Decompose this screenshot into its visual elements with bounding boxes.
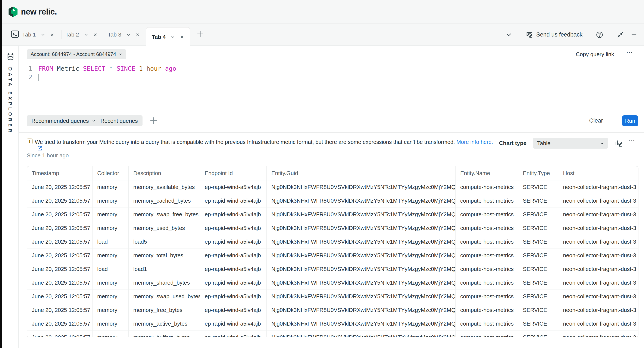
send-feedback-button[interactable]: Send us feedback <box>526 31 582 39</box>
code-token-keyword: SELECT <box>83 65 109 72</box>
feedback-icon <box>526 31 533 39</box>
tab-3[interactable]: Tab 3 <box>108 24 140 45</box>
brand[interactable]: new relic. <box>8 6 57 17</box>
more-info-link[interactable]: More info here. <box>456 139 493 145</box>
copy-query-link-button[interactable]: Copy query link <box>576 51 614 58</box>
warning-message: We tried to transform your Metric query … <box>35 139 456 145</box>
collapse-icon[interactable] <box>617 31 624 38</box>
table-cell: load <box>92 235 129 249</box>
column-header[interactable]: Description <box>129 166 200 180</box>
table-cell: memory_shared_bytes <box>129 276 200 290</box>
table-cell: memory <box>92 249 129 262</box>
tab-2[interactable]: Tab 2 <box>66 24 98 45</box>
table-cell: memory <box>92 290 129 303</box>
chevron-down-icon <box>118 52 122 56</box>
clear-button[interactable]: Clear <box>589 117 603 124</box>
divider <box>610 30 610 39</box>
table-cell: compute-host-metrics <box>456 317 518 331</box>
divider <box>589 30 589 39</box>
table-cell: memory_total_bytes <box>129 249 200 262</box>
column-header[interactable]: Collector <box>92 166 129 180</box>
table-row: June 20, 2025 12:05:57memorymemory_swap_… <box>27 290 638 303</box>
table-cell: ep-rapid-wind-a5iv4ajb <box>200 331 267 337</box>
tab-menu-chevron-icon[interactable] <box>170 34 175 39</box>
query-editor[interactable]: 1 FROM Metric SELECT * SINCE 1 hour ago … <box>27 64 176 81</box>
query-more-options-icon[interactable]: ⋯ <box>626 50 633 54</box>
column-header[interactable]: Entity.Type <box>518 166 558 180</box>
tab-close-icon[interactable] <box>136 33 140 37</box>
recommended-queries-button[interactable]: Recommended queries <box>27 115 100 126</box>
table-cell: June 20, 2025 12:05:57 <box>27 249 92 262</box>
table-row: June 20, 2025 12:05:57memorymemory_cache… <box>27 194 638 208</box>
tab-menu-chevron-icon[interactable] <box>40 32 45 37</box>
table-cell: SERVICE <box>518 317 558 331</box>
code-line: 2 <box>27 73 176 81</box>
table-cell: Njg0NDk3NHxFWFR8U0VSVklDRXwtMzY5NTc1MTYy… <box>267 221 456 235</box>
tab-label: Tab 1 <box>22 31 36 38</box>
column-header[interactable]: Host <box>558 166 638 180</box>
chart-type-select[interactable]: Table <box>533 138 608 149</box>
table-cell: SERVICE <box>518 249 558 262</box>
recent-queries-label: Recent queries <box>100 118 138 124</box>
tab-close-icon[interactable] <box>50 33 54 37</box>
add-query-icon[interactable] <box>149 116 158 125</box>
tab-menu-chevron-icon[interactable] <box>84 32 88 37</box>
table-cell: neon-collector-fragrant-dust-3 <box>558 317 638 331</box>
table-cell: memory <box>92 317 129 331</box>
results-more-options-icon[interactable]: ⋯ <box>628 139 636 143</box>
table-row: June 20, 2025 12:05:57memorymemory_total… <box>27 249 638 262</box>
run-button[interactable]: Run <box>622 115 638 126</box>
table-cell: Njg0NDk3NHxFWFR8U0VSVklDRXwtMzY5NTc1MTYy… <box>267 331 456 337</box>
minimize-icon[interactable] <box>630 31 638 38</box>
table-cell: neon-collector-fragrant-dust-3 <box>558 221 638 235</box>
screen-edge <box>0 0 2 348</box>
column-header[interactable]: Timestamp <box>27 166 92 180</box>
database-icon[interactable] <box>7 52 14 60</box>
query-code <box>38 73 39 81</box>
table-cell: neon-collector-fragrant-dust-3 <box>558 290 638 303</box>
table-cell: June 20, 2025 12:05:57 <box>27 221 92 235</box>
tab-close-icon[interactable] <box>93 33 98 37</box>
external-link-icon[interactable] <box>37 145 43 151</box>
query-console-icon[interactable] <box>10 29 20 39</box>
tab-close-icon[interactable] <box>180 35 184 39</box>
table-cell: Njg0NDk3NHxFWFR8U0VSVklDRXwtMzY5NTc1MTYy… <box>267 276 456 290</box>
column-header[interactable]: Entity.Name <box>456 166 518 180</box>
column-header[interactable]: Endpoint Id <box>200 166 267 180</box>
tab-1[interactable]: Tab 1 <box>22 24 54 45</box>
tab-menu-chevron-icon[interactable] <box>126 32 131 37</box>
chevron-down-icon <box>92 119 96 123</box>
help-icon[interactable] <box>596 31 604 39</box>
table-row: June 20, 2025 12:05:57loadload5ep-rapid-… <box>27 235 638 249</box>
table-cell: compute-host-metrics <box>456 290 518 303</box>
table-cell: ep-rapid-wind-a5iv4ajb <box>200 303 267 317</box>
divider <box>519 30 519 39</box>
column-header[interactable]: Entity.Guid <box>267 166 456 180</box>
table-cell: load5 <box>129 235 200 249</box>
table-cell: compute-host-metrics <box>456 221 518 235</box>
table-cell: ep-rapid-wind-a5iv4ajb <box>200 194 267 208</box>
data-explorer-label: DATA EXPLORER <box>7 67 13 134</box>
table-cell: June 20, 2025 12:05:57 <box>27 303 92 317</box>
table-cell: neon-collector-fragrant-dust-3 <box>558 194 638 208</box>
tab-list-chevron-icon[interactable] <box>505 31 512 38</box>
table-cell: Njg0NDk3NHxFWFR8U0VSVklDRXwtMzY5NTc1MTYy… <box>267 303 456 317</box>
table-cell: SERVICE <box>518 194 558 208</box>
tab-label: Tab 2 <box>66 31 79 38</box>
table-cell: Njg0NDk3NHxFWFR8U0VSVklDRXwtMzY5NTc1MTYy… <box>267 180 456 194</box>
table-cell: Njg0NDk3NHxFWFR8U0VSVklDRXwtMzY5NTc1MTYy… <box>267 208 456 221</box>
account-selector[interactable]: Account: 6844974 - Account 6844974 <box>27 49 126 59</box>
table-cell: memory_active_bytes <box>129 317 200 331</box>
table-cell: compute-host-metrics <box>456 194 518 208</box>
table-cell: Njg0NDk3NHxFWFR8U0VSVklDRXwtMzY5NTc1MTYy… <box>267 262 456 276</box>
table-cell: Njg0NDk3NHxFWFR8U0VSVklDRXwtMzY5NTc1MTYy… <box>267 235 456 249</box>
tab-4-active[interactable]: Tab 4 <box>146 27 190 46</box>
table-cell: load <box>92 262 129 276</box>
table-cell: neon-collector-fragrant-dust-3 <box>558 235 638 249</box>
recent-queries-button[interactable]: Recent queries <box>96 115 142 126</box>
table-cell: memory_swap_free_bytes <box>129 208 200 221</box>
chevron-down-icon <box>600 141 604 145</box>
send-feedback-label: Send us feedback <box>536 31 582 38</box>
edit-chart-icon[interactable] <box>614 139 623 148</box>
add-tab-icon[interactable] <box>196 30 204 38</box>
